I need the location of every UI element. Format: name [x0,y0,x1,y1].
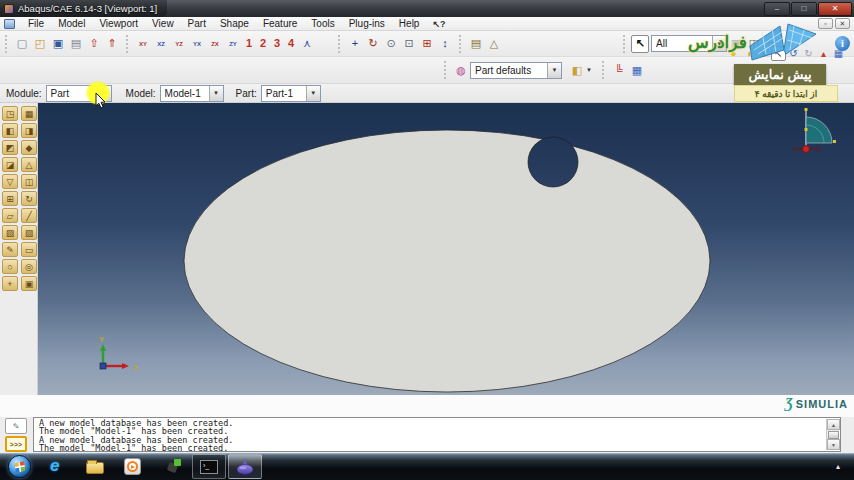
save-database-icon[interactable]: ▣ [49,35,67,53]
undo-icon[interactable]: ↺ [786,46,801,61]
view-bottom-icon[interactable]: YX [188,35,206,53]
viewport-1-button[interactable]: 1 [242,35,256,53]
toolbar-grip[interactable] [459,35,464,53]
menu-item[interactable]: Model [51,17,92,31]
module-dropdown[interactable]: Part ▼ [46,85,112,102]
scrollbar-thumb[interactable] [828,431,839,439]
partition-face-icon[interactable]: ▧ [21,225,37,240]
new-model-icon[interactable]: ▢ [13,35,31,53]
annotation-icon[interactable]: ▴ [816,46,831,61]
toolbar-grip[interactable] [126,35,131,53]
redo-icon[interactable]: ↻ [801,46,816,61]
iso-view-icon[interactable]: ⋏ [298,35,316,53]
command-prompt-taskbar-button[interactable] [192,454,226,479]
toolbar-grip[interactable] [5,35,10,53]
viewport-2-button[interactable]: 2 [256,35,270,53]
viewport-grid-icon[interactable]: ▦ [628,61,646,79]
datum-plane-icon[interactable]: ▱ [2,208,18,223]
minimize-button[interactable]: – [764,2,790,16]
internet-explorer-icon[interactable]: e [50,456,59,476]
message-scrollbar[interactable]: ▲ ▼ [826,419,839,450]
view-front-icon[interactable]: XY [134,35,152,53]
color-code-half-icon[interactable]: ◑ [741,46,756,61]
toolbar-grip[interactable] [444,61,449,79]
windows-explorer-icon[interactable] [86,462,104,474]
magnify-view-icon[interactable]: ⊙ [382,35,400,53]
color-code-yellow-icon[interactable]: ● [726,46,741,61]
import-file-icon[interactable]: ⇧ [85,35,103,53]
chevron-down-icon[interactable]: ▼ [209,86,223,101]
menu-item[interactable]: Viewport [92,17,145,31]
color-code-dropdown[interactable]: Part defaults ▼ [470,62,562,79]
model-dropdown[interactable]: Model-1 ▼ [160,85,224,102]
chevron-down-icon[interactable]: ▼ [306,86,320,101]
scroll-down-icon[interactable]: ▼ [827,439,840,450]
toolbar-grip[interactable] [602,61,607,79]
command-line-icon[interactable]: >>> [5,436,27,452]
pan-view-icon[interactable]: + [346,35,364,53]
menu-item[interactable]: Shape [213,17,256,31]
chevron-down-icon[interactable]: ▼ [586,67,592,73]
part-manager-icon[interactable]: ▦ [21,106,37,121]
edit-sketch-icon[interactable]: ▭ [21,242,37,257]
chevron-down-icon[interactable]: ▼ [97,86,111,101]
triad-toggle-icon[interactable]: ╚ [610,61,628,79]
create-sketch-icon[interactable]: ✎ [2,242,18,257]
midsurface-icon[interactable]: ○ [2,259,18,274]
message-log[interactable]: A new model database has been created.Th… [33,417,841,452]
close-button[interactable]: ✕ [818,2,852,16]
open-database-icon[interactable]: ◰ [31,35,49,53]
menu-item[interactable]: View [145,17,181,31]
abaqus-taskbar-button[interactable] [228,454,262,479]
chevron-down-icon[interactable]: ▼ [712,36,726,51]
view-back-icon[interactable]: XZ [152,35,170,53]
menu-item[interactable]: Feature [256,17,304,31]
part-ellipse[interactable] [184,130,710,392]
menu-item[interactable]: Plug-ins [342,17,392,31]
create-cut-icon[interactable]: ◪ [2,157,18,172]
select-cursor-button[interactable]: ↖ [631,35,649,53]
create-chamfer-icon[interactable]: ▽ [2,174,18,189]
viewport-menu-icon[interactable] [4,19,15,29]
viewport-canvas[interactable]: Y X [38,103,854,395]
color-code-orange-icon[interactable]: ● [756,46,771,61]
menu-item[interactable]: Part [181,17,213,31]
create-solid-revolve-icon[interactable]: ◨ [21,123,37,138]
mirror-part-icon[interactable]: ◫ [21,174,37,189]
create-part-icon[interactable]: ◳ [2,106,18,121]
part-hole[interactable] [528,137,578,187]
render-style-cube-icon[interactable]: ◧ [568,61,586,79]
pattern-icon[interactable]: ⊞ [2,191,18,206]
create-round-icon[interactable]: △ [21,157,37,172]
viewport-3-button[interactable]: 3 [270,35,284,53]
app-icon[interactable] [166,458,182,474]
part-dropdown[interactable]: Part-1 ▼ [261,85,321,102]
view-left-icon[interactable]: ZX [206,35,224,53]
create-solid-extrude-icon[interactable]: ◧ [2,123,18,138]
rotate-view-icon[interactable]: ↻ [364,35,382,53]
cycle-views-icon[interactable]: ↕ [436,35,454,53]
chevron-down-icon[interactable]: ▼ [547,63,561,78]
query-icon[interactable]: ▣ [21,276,37,291]
menu-item[interactable]: File [21,17,51,31]
view-right-icon[interactable]: ZY [224,35,242,53]
show-hidden-icons-arrow[interactable]: ▴ [836,462,840,471]
virtual-topology-icon[interactable]: + [2,276,18,291]
scroll-up-icon[interactable]: ▲ [827,419,840,430]
maximize-button[interactable]: □ [791,2,817,16]
create-shell-icon[interactable]: ◩ [2,140,18,155]
color-code-palette-icon[interactable]: ◍ [452,61,470,79]
context-help-icon[interactable]: ↖? [432,19,445,29]
media-player-icon[interactable] [124,458,141,475]
view-top-icon[interactable]: YZ [170,35,188,53]
render-shaded-icon[interactable]: △ [485,35,503,53]
viewport-4-button[interactable]: 4 [284,35,298,53]
menu-item[interactable]: Tools [304,17,341,31]
partition-cell-icon[interactable]: ▨ [2,225,18,240]
regenerate-icon[interactable]: ↻ [21,191,37,206]
menu-item[interactable]: Help [392,17,427,31]
datum-axis-icon[interactable]: ╱ [21,208,37,223]
toolbar-grip[interactable] [338,35,343,53]
child-close-button[interactable]: ✕ [835,18,850,29]
child-restore-button[interactable]: ▫ [818,18,833,29]
